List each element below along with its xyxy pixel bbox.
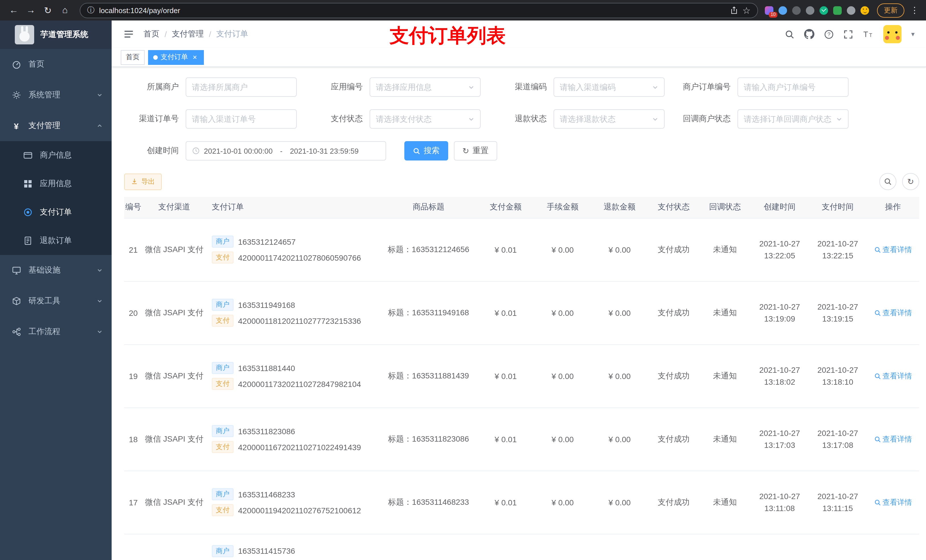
sidebar-item-app-info[interactable]: 应用信息: [0, 170, 112, 198]
filter-input[interactable]: [192, 83, 291, 92]
filter-input[interactable]: [744, 115, 834, 124]
filter-control[interactable]: [369, 109, 481, 128]
filter-input[interactable]: [376, 115, 466, 124]
extension-icon-2[interactable]: [779, 6, 787, 15]
filter-input[interactable]: [376, 83, 466, 92]
tab-home[interactable]: 首页: [121, 50, 145, 65]
sidebar-item-merchant-info[interactable]: 商户信息: [0, 141, 112, 170]
browser-home-button[interactable]: ⌂: [57, 2, 73, 18]
filter-control[interactable]: [737, 109, 849, 128]
help-icon[interactable]: ?: [824, 29, 834, 39]
filter-input[interactable]: [560, 115, 650, 124]
sidebar-item-infra[interactable]: 基础设施: [0, 255, 112, 286]
sidebar-logo[interactable]: 芋道管理系统: [0, 21, 112, 49]
sidebar: 芋道管理系统 首页 系统管理 ¥ 支付管理: [0, 21, 112, 560]
filter-control[interactable]: [369, 77, 481, 97]
share-icon[interactable]: [730, 6, 738, 14]
cell-refund: ¥ 0.00: [591, 218, 648, 281]
browser-reload-button[interactable]: ↻: [40, 2, 56, 18]
forward-icon: →: [26, 5, 35, 15]
view-detail-link[interactable]: 查看详情: [874, 245, 912, 255]
date-start[interactable]: 2021-10-01 00:00:00: [204, 146, 272, 155]
filter-control[interactable]: [186, 77, 297, 97]
view-detail-link[interactable]: 查看详情: [874, 371, 912, 381]
view-detail-link[interactable]: 查看详情: [874, 434, 912, 444]
extension-icon-6[interactable]: [833, 6, 842, 15]
browser-menu-icon[interactable]: ⋮: [909, 5, 920, 15]
filter-label: 创建时间: [124, 146, 186, 156]
bookmark-star-icon[interactable]: ☆: [742, 5, 750, 16]
site-info-icon[interactable]: ⓘ: [87, 5, 95, 15]
pay-order-no: 4200001174202110278060590766: [238, 253, 361, 262]
fullscreen-icon[interactable]: [843, 29, 853, 39]
sidebar-item-system[interactable]: 系统管理: [0, 80, 112, 110]
browser-back-button[interactable]: ←: [6, 2, 22, 18]
column-header: 创建时间: [750, 197, 809, 218]
filter-row-3: 创建时间 2021-10-01 00:00:00 - 2021-10-31 23…: [124, 141, 919, 160]
chevron-down-icon: [97, 267, 103, 273]
extension-icon-4[interactable]: [806, 6, 814, 15]
extension-icon-3[interactable]: [792, 6, 801, 15]
filter-input[interactable]: [192, 115, 291, 124]
app-title: 芋道管理系统: [41, 30, 88, 40]
record-icon: [23, 207, 32, 217]
extension-icon-8[interactable]: [861, 6, 869, 15]
cell-created-time: 2021-10-27 13:22:05: [750, 218, 809, 281]
sidebar-item-pay[interactable]: ¥ 支付管理: [0, 110, 112, 141]
caret-down-icon[interactable]: ▾: [911, 30, 915, 38]
reset-button[interactable]: ↻ 重置: [454, 141, 497, 160]
filter-control[interactable]: [554, 109, 664, 128]
search-icon[interactable]: [785, 29, 794, 39]
filter-input[interactable]: [744, 83, 842, 92]
tab-label: 支付订单: [160, 52, 188, 62]
chevron-down-icon: [836, 116, 842, 122]
sidebar-item-pay-order[interactable]: 支付订单: [0, 198, 112, 226]
url-text[interactable]: localhost:1024/pay/order: [99, 6, 725, 15]
browser-forward-button[interactable]: →: [23, 2, 39, 18]
close-icon[interactable]: ×: [191, 53, 199, 61]
cell-title: 标题：1635311468233: [380, 471, 477, 534]
date-end[interactable]: 2021-10-31 23:59:59: [290, 146, 359, 155]
column-header: 支付金额: [477, 197, 534, 218]
cell-paid-time: 2021-10-27 13:18:10: [809, 344, 867, 408]
merchant-order-no: 1635311949168: [238, 300, 295, 309]
clock-icon: [192, 147, 200, 155]
hamburger-icon[interactable]: [120, 25, 138, 43]
breadcrumb-pay[interactable]: 支付管理: [172, 29, 204, 39]
user-avatar[interactable]: [883, 25, 902, 43]
filter-control[interactable]: [186, 109, 297, 128]
view-detail-link[interactable]: 查看详情: [874, 308, 912, 318]
view-detail-label: 查看详情: [882, 434, 912, 444]
page-content: 所属商户 应用编号 渠道编码 商户订单编号: [112, 67, 926, 560]
view-detail-link[interactable]: 查看详情: [874, 497, 912, 507]
merchant-tag: 商户: [212, 545, 233, 557]
date-range-picker[interactable]: 2021-10-01 00:00:00 - 2021-10-31 23:59:5…: [186, 141, 386, 160]
breadcrumb-home[interactable]: 首页: [144, 29, 159, 39]
filter-control[interactable]: [737, 77, 849, 97]
tab-pay-order[interactable]: 支付订单 ×: [148, 50, 204, 65]
sidebar-item-workflow[interactable]: 工作流程: [0, 316, 112, 347]
font-size-icon[interactable]: TT: [863, 29, 874, 39]
address-bar[interactable]: ⓘ localhost:1024/pay/order ☆: [80, 3, 758, 18]
toggle-search-button[interactable]: [879, 173, 896, 190]
filter-control[interactable]: [554, 77, 664, 97]
pay-order-no: 4200001194202110276752100612: [238, 506, 361, 515]
sidebar-item-devtools[interactable]: 研发工具: [0, 286, 112, 316]
sidebar-item-refund-order[interactable]: 退款订单: [0, 226, 112, 255]
github-icon[interactable]: [804, 29, 814, 39]
column-header: 编号: [124, 197, 142, 218]
sidebar-item-home[interactable]: 首页: [0, 49, 112, 80]
browser-update-button[interactable]: 更新: [877, 3, 904, 17]
extension-icon-7[interactable]: [847, 6, 855, 15]
box-icon: [11, 296, 21, 306]
export-button[interactable]: 导出: [124, 173, 162, 190]
browser-toolbar: ← → ↻ ⌂ ⓘ localhost:1024/pay/order ☆ 10 …: [0, 0, 926, 21]
search-button[interactable]: 搜索: [404, 141, 448, 160]
extension-icon-1[interactable]: 10: [765, 6, 773, 15]
refresh-table-button[interactable]: ↻: [902, 173, 919, 190]
view-detail-label: 查看详情: [882, 371, 912, 381]
cell-channel: 微信 JSAPI 支付: [142, 408, 206, 471]
filter-input[interactable]: [560, 83, 650, 92]
extension-icon-5[interactable]: [820, 6, 828, 15]
breadcrumb-current: 支付订单: [216, 29, 248, 39]
